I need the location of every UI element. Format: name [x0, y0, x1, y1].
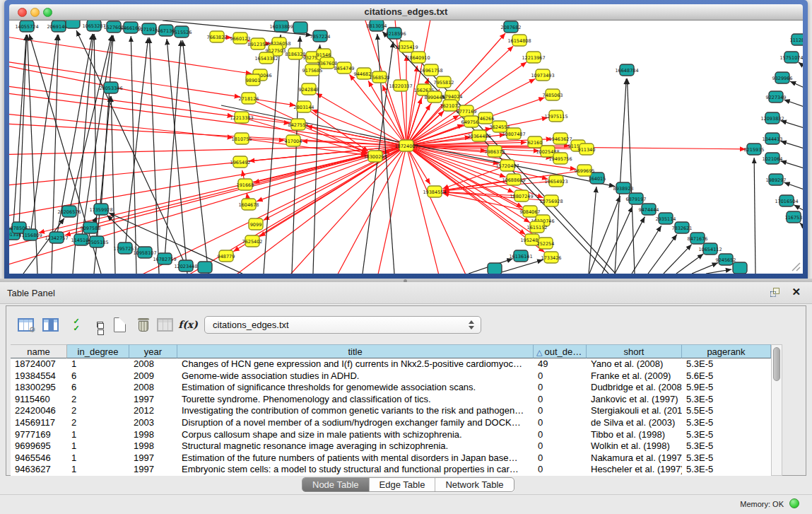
- table-row[interactable]: 1456911722003Disruption of a novel membe…: [11, 417, 771, 429]
- table-cell: Structural magnetic resonance image aver…: [177, 440, 534, 452]
- network-canvas[interactable]: 1405572420691406106532871527602646616010…: [9, 21, 803, 274]
- network-node-label: 12975115: [544, 114, 567, 119]
- network-node-label: 9242848: [299, 87, 319, 93]
- table-cell: Disruption of a novel member of a sodium…: [177, 417, 534, 429]
- network-node[interactable]: [488, 263, 502, 274]
- row-height-icon[interactable]: [89, 314, 110, 335]
- column-header-name[interactable]: name: [11, 344, 67, 358]
- column-settings-icon[interactable]: [40, 314, 61, 335]
- resize-grip-icon[interactable]: [792, 263, 800, 271]
- table-row[interactable]: 1938455462009Genome-wide association stu…: [11, 370, 771, 382]
- network-node-label: 8912354: [248, 42, 269, 47]
- column-header-title[interactable]: title: [177, 344, 534, 358]
- network-node-label: 9245652: [716, 257, 736, 263]
- table-cell: 18300295: [11, 382, 67, 394]
- network-node-label: 7625402: [242, 239, 263, 245]
- network-edge: [406, 66, 417, 146]
- network-node[interactable]: [66, 21, 80, 28]
- table-cell: Wolkin et al. (1998): [587, 440, 682, 452]
- network-node-label: 191668: [237, 182, 254, 188]
- column-header-pagerank[interactable]: pagerank: [682, 344, 771, 358]
- column-header-out_de[interactable]: △ out_de…: [534, 344, 587, 358]
- table-row[interactable]: 977716911998Corpus callosum shape and si…: [11, 429, 771, 441]
- float-panel-icon[interactable]: [770, 288, 781, 298]
- table-cell: 5.3E-5: [682, 464, 771, 476]
- table-cell: Dudbridge et al. (2008): [587, 382, 682, 394]
- table-cell: 5.3E-5: [682, 358, 771, 370]
- table-cell: 5.3E-5: [682, 417, 771, 429]
- network-node-label: 19384554: [423, 189, 446, 195]
- network-node-label: 1615152: [527, 225, 548, 230]
- column-header-in_degree[interactable]: in_degree: [67, 344, 129, 358]
- network-node-label: 9329966: [772, 76, 793, 81]
- network-window-title: citations_edges.txt: [9, 6, 803, 17]
- table-cell: 22420046: [11, 405, 67, 417]
- table-settings-icon[interactable]: ⚙: [15, 314, 36, 335]
- network-node[interactable]: [198, 262, 212, 273]
- tab-network-table[interactable]: Network Table: [435, 478, 513, 491]
- network-edge: [615, 78, 626, 274]
- table-cell: Estimation of the future numbers of pati…: [177, 452, 534, 465]
- network-node[interactable]: [293, 22, 307, 33]
- close-panel-icon[interactable]: ✕: [792, 286, 801, 298]
- network-node-label: 15720407: [495, 163, 519, 169]
- network-node-label: 2803144: [294, 105, 314, 110]
- table-cell: 49: [534, 358, 587, 370]
- table-cell: 9465546: [11, 452, 67, 465]
- status-divider: [0, 494, 812, 495]
- network-node-label: 12213967: [522, 55, 545, 61]
- table-cell: 6: [67, 382, 129, 394]
- table-cell: 2012: [129, 405, 177, 417]
- network-node-label: 746266: [477, 116, 495, 122]
- network-node-label: 10653287: [82, 23, 105, 29]
- select-rows-icon[interactable]: ✓✓: [66, 314, 87, 335]
- network-node-label: 18640910: [406, 55, 430, 61]
- network-edge: [13, 35, 26, 234]
- table-cell: 1: [67, 452, 129, 465]
- table-row[interactable]: 911546021997Tourette syndrome. Phenomeno…: [11, 394, 771, 406]
- node-table: namein_degreeyeartitle△ out_de…shortpage…: [11, 344, 771, 476]
- delete-trash-icon[interactable]: [133, 314, 154, 335]
- table-row[interactable]: 946554611997Estimation of the future num…: [11, 452, 771, 465]
- new-document-icon[interactable]: [109, 314, 130, 335]
- table-row[interactable]: 1830029562008Estimation of significance …: [11, 382, 771, 394]
- network-node-label: 1021064: [763, 156, 783, 162]
- network-edge: [754, 158, 755, 274]
- network-node-label: 18807249: [510, 194, 533, 199]
- table-header-row: namein_degreeyeartitle△ out_de…shortpage…: [11, 344, 771, 358]
- function-builder-icon[interactable]: f(x): [177, 314, 199, 335]
- table-scrollbar-thumb[interactable]: [773, 347, 780, 381]
- network-canvas-svg: 1405572420691406106532871527602646616010…: [9, 21, 803, 274]
- table-selector-dropdown[interactable]: citations_edges.txt: [204, 316, 481, 334]
- table-panel-title: Table Panel: [7, 288, 55, 298]
- network-window-titlebar[interactable]: citations_edges.txt: [9, 4, 803, 21]
- network-node-label: 10688609: [502, 177, 525, 183]
- tab-edge-table[interactable]: Edge Table: [370, 478, 436, 491]
- tab-node-table[interactable]: Node Table: [302, 478, 370, 491]
- table-cell: 0: [534, 429, 587, 441]
- network-node-label: 1344413: [763, 136, 783, 142]
- network-node-label: 8471676: [688, 236, 708, 242]
- memory-status-icon[interactable]: [789, 498, 799, 508]
- table-cell: 5.3E-5: [682, 440, 771, 452]
- table-scrollbar[interactable]: [771, 344, 782, 476]
- table-cell: 2003: [129, 417, 177, 429]
- table-row[interactable]: 1872400712008Changes of HCN gene express…: [11, 358, 771, 370]
- table-cell: 0: [534, 452, 587, 465]
- column-header-year[interactable]: year: [129, 344, 177, 358]
- network-edge: [784, 100, 803, 107]
- table-row[interactable]: 946362711997Embryonic stem cells: a mode…: [11, 464, 771, 476]
- table-cell: 9115460: [11, 394, 67, 406]
- network-node-label: 16648784: [615, 68, 638, 74]
- column-header-short[interactable]: short: [587, 344, 682, 358]
- network-node-label: 8454749: [334, 66, 355, 71]
- network-node-label: 8813054: [367, 23, 387, 29]
- table-cell: 5.5E-5: [682, 405, 771, 417]
- table-row[interactable]: 2242004622012Investigating the contribut…: [11, 405, 771, 417]
- table-row[interactable]: 969969511998Structural magnetic resonanc…: [11, 440, 771, 452]
- table-cell: Nakamura et al. (1997): [587, 452, 682, 465]
- network-node[interactable]: [733, 262, 747, 274]
- dropdown-stepper-icon: [469, 320, 474, 329]
- network-node-label: 10807487: [502, 132, 525, 137]
- table-cell: 1: [67, 429, 129, 441]
